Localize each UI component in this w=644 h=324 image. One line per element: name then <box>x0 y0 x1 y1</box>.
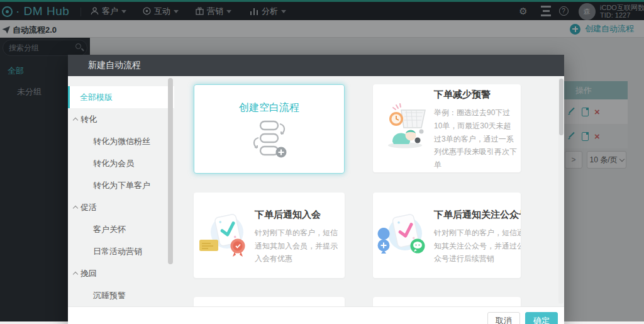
template-nav-item[interactable]: 客户关怀 <box>68 218 174 240</box>
template-nav-category-winback[interactable]: 挽回 <box>68 262 174 284</box>
chevron-up-icon <box>73 206 78 211</box>
template-nav-all[interactable]: 全部模版 <box>68 86 174 108</box>
modal-header: 新建自动流程 <box>68 55 564 76</box>
app-window: · DM Hub 客户 互动 营销 分析 ⚙ ? 森 i <box>0 0 644 324</box>
card-description: 针对刚下单的客户，短信通知其关注公众号，并通过公众号进行后续营销 <box>434 226 521 265</box>
membership-notice-illustration <box>194 209 255 261</box>
card-partial[interactable] <box>373 297 521 306</box>
card-text: 下单后通知入会 针对刚下单的客户，短信通知其加入会员，并提示入会有优惠 <box>255 198 345 273</box>
modal-body: 全部模版 转化 转化为微信粉丝 转化为会员 转化为下单客户 促活 客户关怀 日常… <box>68 76 564 306</box>
cancel-button[interactable]: 取消 <box>487 312 520 324</box>
card-create-blank-flow[interactable]: 创建空白流程 <box>194 84 345 174</box>
card-description: 针对刚下单的客户，短信通知其加入会员，并提示入会有优惠 <box>255 226 341 265</box>
card-title: 下单后通知关注公众号 <box>434 209 521 221</box>
card-text: 下单减少预警 举例：圈选过去90下过10单，而最近30天未超过3单的客户，通过一… <box>434 84 521 172</box>
chevron-up-icon <box>73 272 78 277</box>
card-title: 下单减少预警 <box>434 89 517 101</box>
template-nav-item[interactable]: 转化为会员 <box>68 152 174 174</box>
modal-title: 新建自动流程 <box>88 60 141 71</box>
template-nav-item[interactable]: 沉睡预警 <box>68 284 174 306</box>
modal-footer: 取消 确定 <box>68 306 564 324</box>
template-nav-category-activation[interactable]: 促活 <box>68 196 174 218</box>
template-nav-category-conversion[interactable]: 转化 <box>68 108 174 130</box>
card-text: 下单后通知关注公众号 针对刚下单的客户，短信通知其关注公众号，并通过公众号进行后… <box>434 198 521 273</box>
card-partial[interactable] <box>194 297 345 306</box>
template-nav: 全部模版 转化 转化为微信粉丝 转化为会员 转化为下单客户 促活 客户关怀 日常… <box>68 76 174 306</box>
card-title: 下单后通知入会 <box>255 209 341 221</box>
template-nav-item[interactable]: 日常活动营销 <box>68 240 174 262</box>
template-cards-area: 创建空白流程 <box>174 76 564 306</box>
card-title: 创建空白流程 <box>194 101 344 115</box>
card-notify-membership-after-order[interactable]: 下单后通知入会 针对刚下单的客户，短信通知其加入会员，并提示入会有优惠 <box>194 193 345 278</box>
new-flow-modal: 新建自动流程 全部模版 转化 转化为微信粉丝 转化为会员 转化为下单客户 促活 … <box>68 55 564 324</box>
sleeping-customer-illustration <box>373 103 434 154</box>
modal-scrollbar-track[interactable] <box>558 77 564 304</box>
card-description: 举例：圈选过去90下过10单，而最近30天未超过3单的客户，通过一系列优惠手段来… <box>434 106 517 171</box>
card-order-decrease-alert[interactable]: 下单减少预警 举例：圈选过去90下过10单，而最近30天未超过3单的客户，通过一… <box>373 84 521 172</box>
chevron-up-icon <box>73 118 78 123</box>
template-nav-scrollbar[interactable] <box>168 78 173 264</box>
confirm-button[interactable]: 确定 <box>525 312 558 324</box>
modal-scrollbar-thumb[interactable] <box>559 79 564 135</box>
official-account-illustration <box>373 209 434 261</box>
flow-diagram-icon <box>246 120 292 159</box>
template-nav-item[interactable]: 转化为下单客户 <box>68 174 174 196</box>
template-nav-item[interactable]: 转化为微信粉丝 <box>68 130 174 152</box>
card-notify-follow-official-account[interactable]: 下单后通知关注公众号 针对刚下单的客户，短信通知其关注公众号，并通过公众号进行后… <box>373 193 521 278</box>
